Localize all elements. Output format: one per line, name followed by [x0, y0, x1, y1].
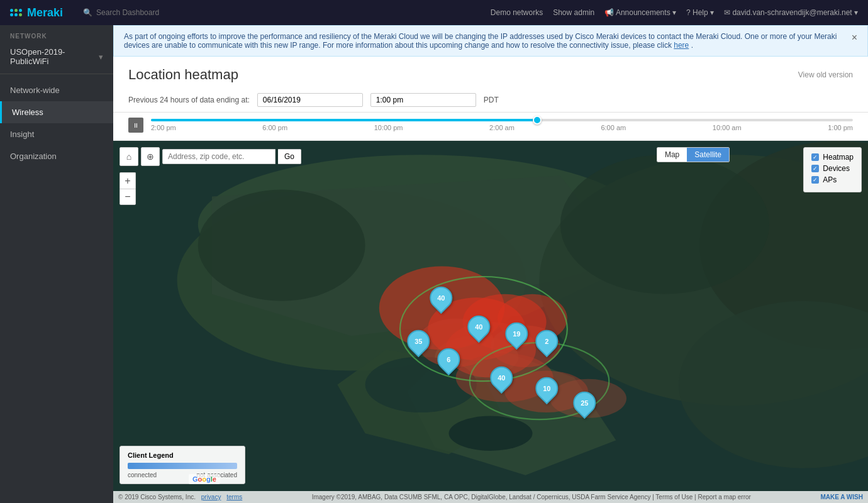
- network-selector[interactable]: USOpen-2019-PublicWiFi ▾: [0, 43, 113, 74]
- search-icon: 🔍: [83, 8, 92, 17]
- date-input[interactable]: [257, 93, 363, 107]
- timeline-labels: 2:00 pm 6:00 pm 10:00 pm 2:00 am 6:00 am…: [151, 124, 853, 131]
- map-type-satellite-button[interactable]: Satellite: [687, 148, 729, 162]
- time-controls: Previous 24 hours of data ending at: PDT: [113, 88, 868, 113]
- dot3: [19, 9, 22, 12]
- map-area: 4035401926401025 ⌂ ⊕ Go + −: [113, 141, 868, 503]
- dot5: [14, 13, 18, 16]
- notification-close-button[interactable]: ×: [852, 32, 857, 43]
- logo-area: Meraki: [10, 6, 63, 19]
- sidebar-divider: [0, 74, 113, 74]
- map-zoom-controls: + −: [120, 172, 136, 205]
- map-attribution: © 2019 Cisco Systems, Inc. privacy terms…: [113, 491, 868, 503]
- timeline-label-6: 1:00 pm: [828, 124, 853, 131]
- layers-icon: ⊕: [147, 152, 154, 162]
- client-legend-title: Client Legend: [128, 451, 237, 459]
- svg-point-9: [560, 155, 769, 294]
- dot6: [19, 13, 22, 16]
- svg-point-8: [198, 190, 365, 301]
- dot2: [14, 9, 18, 12]
- timeline-area: ⏸ 2:00 pm 6:00 pm 10:00 pm 2:00 am 6:00 …: [113, 113, 868, 141]
- legend-aps[interactable]: ✓ APs: [811, 175, 854, 184]
- notification-link[interactable]: here: [674, 41, 689, 50]
- sidebar-item-wireless[interactable]: Wireless: [0, 101, 113, 123]
- sidebar-item-network-wide[interactable]: Network-wide: [0, 79, 113, 101]
- make-a-wish-link[interactable]: MAKE A WISH: [820, 494, 863, 500]
- client-legend: Client Legend connected not associated: [120, 446, 245, 484]
- map-background: 4035401926401025 ⌂ ⊕ Go + −: [113, 141, 868, 503]
- sidebar-item-insight[interactable]: Insight: [0, 123, 113, 145]
- map-home-button[interactable]: ⌂: [120, 147, 138, 166]
- user-chevron-icon: ▾: [854, 8, 858, 17]
- show-admin-link[interactable]: Show admin: [553, 8, 594, 17]
- devices-checkbox[interactable]: ✓: [811, 165, 819, 172]
- timeline-label-4: 6:00 am: [601, 124, 626, 131]
- sidebar: NETWORK USOpen-2019-PublicWiFi ▾ Network…: [0, 25, 113, 503]
- page-header: Location heatmap View old version: [113, 57, 868, 88]
- attribution-center: Imagery ©2019, AMBAG, Data CSUMB SFML, C…: [312, 494, 751, 500]
- map-controls-top-left: ⌂ ⊕ Go: [120, 147, 301, 166]
- timeline-track: [151, 119, 853, 121]
- ap-count-ap6: 6: [447, 356, 450, 363]
- cisco-logo: [10, 9, 22, 16]
- heatmap-label: Heatmap: [823, 153, 854, 162]
- aps-checkbox[interactable]: ✓: [811, 176, 819, 184]
- help-icon: ?: [686, 8, 691, 17]
- notification-text: As part of ongoing efforts to improve th…: [124, 32, 842, 50]
- demo-networks-link[interactable]: Demo networks: [491, 8, 543, 17]
- connected-label: connected: [128, 472, 157, 478]
- dot4: [10, 13, 13, 16]
- map-type-toggle: Map Satellite: [657, 147, 730, 162]
- search-bar[interactable]: 🔍 Search Dashboard: [83, 8, 481, 17]
- main-layout: NETWORK USOpen-2019-PublicWiFi ▾ Network…: [0, 25, 868, 503]
- timeline-label-1: 6:00 pm: [262, 124, 287, 131]
- timezone-label: PDT: [484, 96, 499, 104]
- page-title: Location heatmap: [128, 67, 238, 83]
- network-chevron-icon: ▾: [99, 52, 103, 62]
- chevron-down-icon: ▾: [672, 8, 676, 17]
- home-icon: ⌂: [126, 152, 131, 162]
- timeline-label-5: 10:00 am: [713, 124, 742, 131]
- dot1: [10, 9, 13, 12]
- ap-count-ap2: 35: [415, 338, 422, 345]
- timeline-label-2: 10:00 pm: [374, 124, 403, 131]
- ap-count-ap5: 2: [545, 338, 548, 345]
- zoom-in-button[interactable]: +: [120, 172, 136, 189]
- notification-banner: As part of ongoing efforts to improve th…: [113, 25, 868, 57]
- terms-link[interactable]: terms: [226, 494, 242, 500]
- attribution-left: © 2019 Cisco Systems, Inc. privacy terms: [118, 494, 242, 500]
- map-layers-button[interactable]: ⊕: [141, 147, 160, 166]
- help-link[interactable]: ? Help ▾: [686, 8, 714, 17]
- privacy-link[interactable]: privacy: [201, 494, 221, 500]
- pause-button[interactable]: ⏸: [128, 118, 143, 133]
- svg-point-13: [449, 416, 533, 451]
- timeline-slider[interactable]: 2:00 pm 6:00 pm 10:00 pm 2:00 am 6:00 am…: [151, 119, 853, 131]
- timeline-label-3: 2:00 am: [489, 124, 515, 131]
- announcements-link[interactable]: 📢 Announcements ▾: [604, 8, 676, 17]
- search-placeholder: Search Dashboard: [96, 8, 159, 17]
- time-prefix-label: Previous 24 hours of data ending at:: [128, 96, 250, 104]
- timeline-fill: [151, 119, 537, 121]
- heatmap-checkbox[interactable]: ✓: [811, 153, 819, 161]
- map-go-button[interactable]: Go: [278, 149, 301, 164]
- nav-right: Demo networks Show admin 📢 Announcements…: [491, 8, 858, 17]
- time-input[interactable]: [370, 93, 476, 107]
- zoom-out-button[interactable]: −: [120, 189, 136, 205]
- map-search-input[interactable]: [162, 149, 275, 164]
- envelope-icon: ✉: [724, 8, 730, 17]
- map-type-map-button[interactable]: Map: [657, 148, 687, 162]
- timeline-thumb[interactable]: [533, 116, 542, 124]
- client-legend-labels: connected not associated: [128, 472, 237, 478]
- content-area: As part of ongoing efforts to improve th…: [113, 25, 868, 503]
- legend-heatmap[interactable]: ✓ Heatmap: [811, 153, 854, 162]
- aps-label: APs: [823, 175, 837, 184]
- meraki-brand: Meraki: [27, 6, 63, 19]
- view-old-version-link[interactable]: View old version: [798, 70, 853, 79]
- ap-count-ap1: 40: [437, 294, 445, 302]
- client-legend-bar: [128, 463, 237, 469]
- google-watermark: Google: [189, 474, 220, 484]
- sidebar-item-organization[interactable]: Organization: [0, 145, 113, 167]
- user-email-link[interactable]: ✉ david.van-schravendijk@meraki.net ▾: [724, 8, 858, 17]
- legend-devices[interactable]: ✓ Devices: [811, 164, 854, 173]
- timeline-label-0: 2:00 pm: [151, 124, 176, 131]
